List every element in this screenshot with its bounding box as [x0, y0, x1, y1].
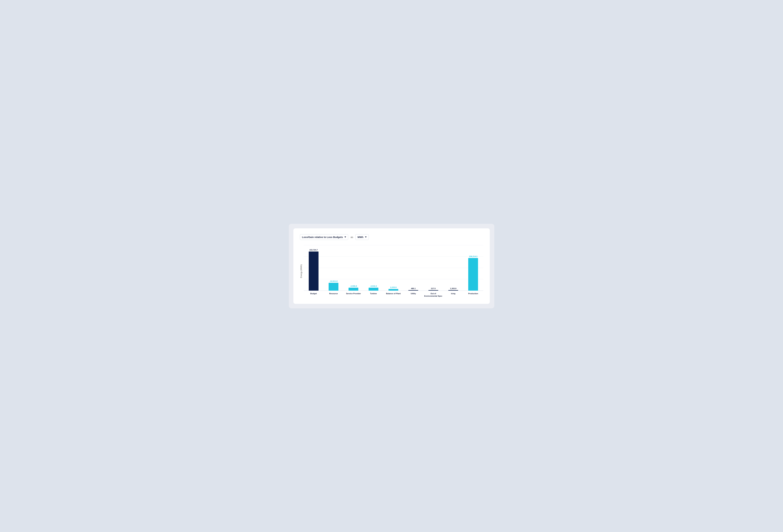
bar-group-production: 136,214.3 [463, 256, 483, 291]
y-axis-label: Energy (MWh) [300, 264, 302, 278]
bar-label-service-provider: Service Provider [343, 292, 363, 297]
header-row: Loss/Gain relative to Loss Budgets as MW… [300, 234, 483, 240]
chart-type-arrow-icon [344, 236, 346, 238]
chart-area: Energy (MWh) 153,724.7-12,611.8-4,596.8-… [300, 245, 483, 297]
bar-icing [448, 290, 458, 291]
bar-group-service-provider: -4,596.8 [343, 285, 363, 291]
bar-value-service-provider: -4,596.8 [350, 285, 357, 287]
bar-label-production: Production [463, 292, 483, 297]
inner-card: Loss/Gain relative to Loss Budgets as MW… [293, 228, 490, 304]
bar-value-budget: 153,724.7 [309, 249, 318, 251]
bar-group-icing: 1,303.9 [443, 288, 463, 291]
bar-balance-of-plant [388, 289, 398, 291]
grid-line-2 [304, 256, 483, 257]
unit-dropdown[interactable]: MWh [355, 234, 369, 240]
unit-label: MWh [357, 236, 363, 238]
bar-out-of-env [429, 290, 438, 291]
bar-group-budget: 153,724.7 [304, 249, 323, 291]
bar-group-utility: 485.1 [403, 288, 423, 291]
bar-label-resource: Resource [323, 292, 343, 297]
bar-service-provider [348, 288, 358, 291]
chart-type-dropdown[interactable]: Loss/Gain relative to Loss Budgets [300, 234, 348, 240]
bar-utility [408, 290, 418, 291]
bars-container: 153,724.7-12,611.8-4,596.8-4,542.22,233.… [304, 245, 483, 291]
bar-group-turbine: -4,542.2 [363, 285, 383, 291]
bar-label-budget: Budget [304, 292, 323, 297]
bar-resource [328, 283, 338, 291]
chart-inner: 153,724.7-12,611.8-4,596.8-4,542.22,233.… [304, 245, 483, 297]
labels-row: BudgetResourceService ProviderTurbineBal… [304, 292, 483, 297]
outer-card: Loss/Gain relative to Loss Budgets as MW… [289, 224, 494, 308]
bar-label-out-of-env: Out ofEnvironmental Spec [423, 292, 443, 297]
bar-value-balance-of-plant: 2,233.9 [390, 287, 397, 288]
bar-value-out-of-env: 217.5 [431, 288, 436, 290]
bar-value-production: 136,214.3 [469, 256, 477, 257]
grid-line-3 [304, 268, 483, 268]
bar-label-turbine: Turbine [363, 292, 383, 297]
bar-turbine [369, 288, 378, 291]
bar-group-resource: -12,611.8 [323, 280, 343, 291]
bar-group-balance-of-plant: 2,233.9 [383, 287, 403, 291]
unit-arrow-icon [365, 236, 367, 238]
chart-type-label: Loss/Gain relative to Loss Budgets [302, 236, 343, 238]
bar-value-utility: 485.1 [411, 288, 416, 290]
bar-value-turbine: -4,542.2 [370, 285, 377, 287]
bar-label-utility: Utility [403, 292, 423, 297]
bar-label-balance-of-plant: Balance of Plant [383, 292, 403, 297]
bar-value-resource: -12,611.8 [330, 280, 338, 282]
bar-label-icing: Icing [443, 292, 463, 297]
grid-line-1 [304, 245, 483, 245]
bar-value-icing: 1,303.9 [450, 288, 456, 290]
bar-production [468, 258, 478, 291]
bar-group-out-of-env: 217.5 [423, 288, 443, 291]
as-label: as [350, 236, 353, 238]
bar-budget [309, 252, 318, 291]
